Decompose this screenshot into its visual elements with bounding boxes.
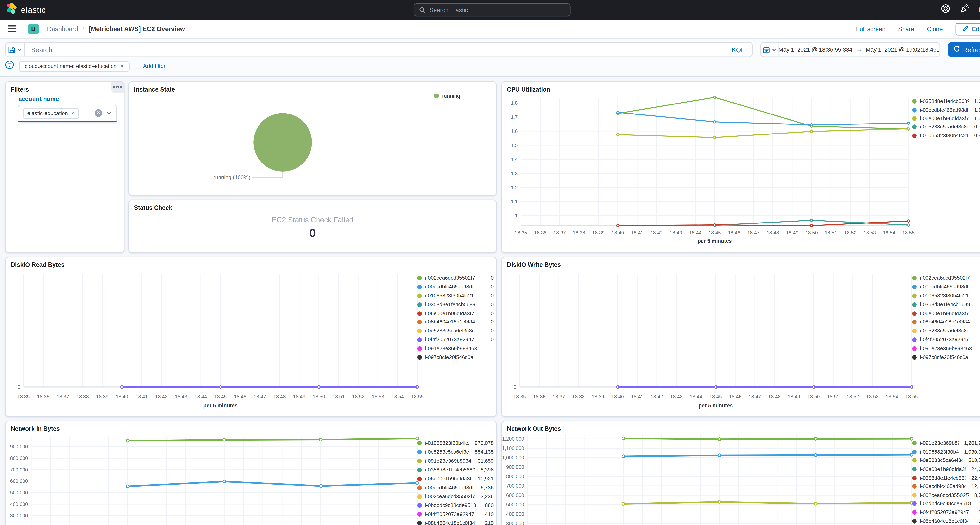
- legend-dot-icon: [417, 276, 422, 280]
- legend-item[interactable]: i-06e00e1b96dfda3f70: [912, 309, 980, 318]
- panel-options-button[interactable]: [111, 82, 124, 93]
- legend-item[interactable]: i-091e23e369b893463: [912, 344, 980, 353]
- legend-label: i-06e00e1b96dfda3f7: [920, 466, 966, 472]
- date-picker: May 1, 2021 @ 18:36:55.384 → May 1, 2021…: [760, 42, 940, 57]
- filter-icon[interactable]: [5, 60, 14, 72]
- global-search[interactable]: [414, 3, 571, 16]
- pie-slice-running[interactable]: [253, 113, 312, 172]
- legend-item[interactable]: i-00ecdbfc465ad98df6,736: [417, 483, 493, 492]
- date-start[interactable]: May 1, 2021 @ 18:36:55.384: [778, 46, 853, 53]
- help-icon[interactable]: [941, 4, 950, 16]
- chart-legend[interactable]: i-002cea6dcd35502f70i-00ecdbfc465ad98df0…: [417, 274, 493, 361]
- legend-item[interactable]: i-0358d8e1fe4cb568922,498: [912, 474, 980, 482]
- clone-link[interactable]: Clone: [927, 25, 943, 33]
- breadcrumb-dashboard[interactable]: Dashboard: [47, 25, 78, 33]
- edit-button[interactable]: Edit: [956, 22, 980, 35]
- account-name-combobox[interactable]: elastic-education × ×: [18, 105, 117, 122]
- share-link[interactable]: Share: [898, 25, 914, 33]
- legend-item[interactable]: i-0e5283c5ca6ef3c8c518,769: [912, 457, 980, 465]
- svg-text:18:46: 18:46: [728, 230, 740, 235]
- legend-item[interactable]: i-0f4f2052073a929470: [912, 335, 980, 344]
- legend-item[interactable]: i-0358d8e1fe4cb56890: [912, 300, 980, 309]
- legend-item[interactable]: i-002cea6dcd35502f78,779: [912, 491, 980, 500]
- legend-item[interactable]: i-0bdbdc9c88cde9518589: [912, 500, 980, 508]
- legend-item[interactable]: i-002cea6dcd35502f70: [912, 274, 980, 283]
- refresh-button[interactable]: Refresh: [948, 42, 980, 57]
- legend-item[interactable]: i-01065823f30b4fc210.963: [912, 131, 980, 140]
- svg-text:18:36: 18:36: [37, 394, 49, 399]
- legend-item[interactable]: i-0358d8e1fe4cb56890: [417, 300, 493, 309]
- legend-item[interactable]: i-002cea6dcd35502f70: [417, 274, 493, 283]
- svg-text:18:50: 18:50: [807, 394, 820, 399]
- legend-item[interactable]: i-091e23e369b893463: [417, 344, 493, 353]
- legend-item[interactable]: i-0f4f2052073a92947410: [417, 509, 493, 518]
- query-input[interactable]: [25, 46, 724, 53]
- date-end[interactable]: May 1, 2021 @ 19:02:18.461: [866, 46, 940, 53]
- legend-item[interactable]: i-01065823f30b4fc210: [912, 291, 980, 300]
- user-avatar[interactable]: m: [979, 5, 980, 15]
- selected-option-pill[interactable]: elastic-education ×: [23, 108, 79, 118]
- legend-item[interactable]: i-0358d8e1fe4cb56891.615: [912, 97, 980, 106]
- chart-legend[interactable]: i-091e23e369b893...1,201,252i-01065823f3…: [912, 439, 980, 525]
- clear-selection-icon[interactable]: ×: [95, 109, 102, 117]
- legend-item[interactable]: i-01065823f30b4fc210: [417, 291, 493, 300]
- legend-dot-icon: [912, 476, 917, 480]
- legend-item[interactable]: i-097c8cfe20f546c0a: [912, 353, 980, 361]
- global-search-input[interactable]: [430, 6, 565, 13]
- svg-text:18:38: 18:38: [572, 394, 585, 399]
- legend-dot-icon: [912, 493, 917, 498]
- saved-query-button[interactable]: [6, 43, 25, 56]
- full-screen-link[interactable]: Full screen: [856, 25, 886, 33]
- legend-label: i-00ecdbfc465ad98df: [920, 107, 969, 113]
- legend-item[interactable]: i-00ecdbfc465ad98df0: [417, 283, 493, 291]
- filter-pill[interactable]: cloud.account.name: elastic-education ×: [19, 61, 129, 72]
- legend-item[interactable]: i-0f4f2052073a92947208: [912, 508, 980, 517]
- legend-item[interactable]: i-0e5283c5ca6ef3c8c0.934: [912, 123, 980, 131]
- legend-item[interactable]: i-06e00e1b96dfda3f710,921: [417, 474, 493, 483]
- newsfeed-icon[interactable]: [960, 4, 969, 16]
- legend-item[interactable]: i-002cea6dcd35502f73,236: [417, 492, 493, 501]
- legend-item[interactable]: i-08b4604c18b1c0f34196: [912, 517, 980, 525]
- legend-label: i-091e23e369b893463: [920, 345, 972, 351]
- legend-item[interactable]: i-00ecdbfc465ad98df12,176: [912, 482, 980, 491]
- breadcrumb: Dashboard / [Metricbeat AWS] EC2 Overvie…: [47, 25, 185, 33]
- legend-item[interactable]: i-08b4604c18b1c0f34210: [417, 519, 493, 525]
- svg-text:18:54: 18:54: [886, 394, 898, 399]
- svg-text:18:47: 18:47: [749, 394, 761, 399]
- legend-item[interactable]: i-0bdbdc9c88cde9518880: [417, 501, 493, 509]
- remove-filter-icon[interactable]: ×: [120, 63, 124, 69]
- legend-value: 0: [488, 275, 494, 281]
- remove-option-icon[interactable]: ×: [71, 110, 74, 116]
- legend-label: i-0f4f2052073a92947: [425, 511, 474, 517]
- svg-text:1: 1: [515, 213, 518, 218]
- legend-item[interactable]: i-0358d8e1fe4cb56898,396: [417, 465, 493, 474]
- legend-item[interactable]: i-00ecdbfc465ad98df0: [912, 283, 980, 291]
- chart-legend[interactable]: i-01065823f30b4fc21972,078i-0e5283c5ca6e…: [417, 438, 493, 525]
- legend-item[interactable]: i-06e00e1b96dfda3f71.617: [912, 114, 980, 123]
- legend-item[interactable]: i-08b4604c18b1c0f340: [912, 318, 980, 326]
- legend-item[interactable]: i-097c8cfe20f546c0a: [417, 353, 493, 361]
- legend-item[interactable]: i-0f4f2052073a929470: [417, 335, 493, 344]
- elastic-logo[interactable]: elastic: [6, 3, 46, 17]
- legend-item[interactable]: i-091e23e369b893...1,201,252: [912, 439, 980, 448]
- legend-item[interactable]: i-06e00e1b96dfda3f724,685: [912, 465, 980, 474]
- legend-item[interactable]: i-00ecdbfc465ad98df1.656: [912, 106, 980, 114]
- legend-item[interactable]: i-0e5283c5ca6ef3c8c584,135: [417, 447, 493, 456]
- legend-item[interactable]: i-01065823f30b4fc21972,078: [417, 438, 493, 447]
- legend-item[interactable]: i-0e5283c5ca6ef3c8c0: [912, 326, 980, 335]
- legend-item[interactable]: i-01065823f30b4fc...1,030,384: [912, 448, 980, 457]
- svg-text:18:42: 18:42: [650, 230, 663, 235]
- legend-item[interactable]: i-06e00e1b96dfda3f70: [417, 309, 493, 318]
- menu-icon[interactable]: [5, 22, 19, 36]
- legend-item[interactable]: i-0e5283c5ca6ef3c8c0: [417, 326, 493, 335]
- chart-legend[interactable]: i-002cea6dcd35502f70i-00ecdbfc465ad98df0…: [912, 274, 980, 361]
- legend-item[interactable]: i-08b4604c18b1c0f340: [417, 318, 493, 326]
- legend-item[interactable]: i-091e23e369b89346331,659: [417, 456, 493, 465]
- svg-text:18:46: 18:46: [729, 394, 741, 399]
- chevron-down-icon[interactable]: [106, 111, 112, 115]
- date-quick-select-button[interactable]: [761, 43, 778, 56]
- add-filter-button[interactable]: + Add filter: [138, 63, 165, 69]
- chart-legend[interactable]: i-0358d8e1fe4cb56891.615i-00ecdbfc465ad9…: [912, 97, 980, 140]
- legend-dot-icon: [912, 133, 917, 138]
- query-language-button[interactable]: KQL: [724, 46, 752, 53]
